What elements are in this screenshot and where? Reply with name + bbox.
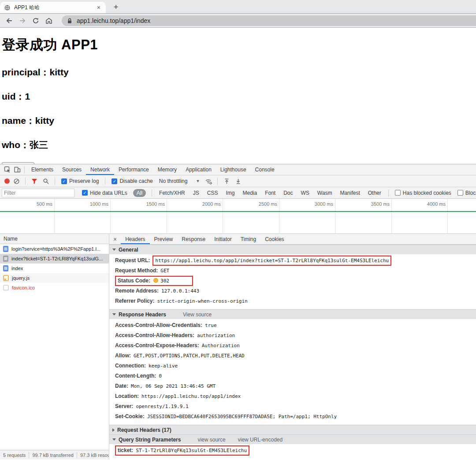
- tab-lighthouse[interactable]: Lighthouse: [216, 164, 251, 175]
- triangle-expanded-icon: [112, 438, 116, 441]
- preserve-log-checkbox[interactable]: ✓ Preserve log: [61, 178, 99, 184]
- filter-type-fetch-xhr[interactable]: Fetch/XHR: [159, 190, 185, 196]
- tab-response[interactable]: Response: [177, 234, 210, 244]
- timeline-tick: 4000 ms: [410, 201, 446, 207]
- request-row-jquery[interactable]: jquery.js: [0, 273, 109, 283]
- response-header-row: Access-Control-Allow-Headers:authorizati…: [109, 330, 476, 341]
- timeline-tick: 3500 ms: [354, 201, 390, 207]
- request-row-favicon[interactable]: favicon.ico: [0, 283, 109, 293]
- page-content: 登录成功 APP1 principal：kitty uid：1 name：kit…: [0, 28, 476, 164]
- tab-sources[interactable]: Sources: [58, 164, 86, 175]
- has-blocked-cookies-checkbox[interactable]: Has blocked cookies: [395, 190, 451, 196]
- checkbox-unchecked-icon: [395, 190, 401, 196]
- devtools-panel: Elements Sources Network Performance Mem…: [0, 164, 476, 460]
- network-overview-timeline: 500 ms 1000 ms 1500 ms 2000 ms 2500 ms 3…: [0, 199, 476, 234]
- new-tab-button[interactable]: +: [110, 1, 122, 13]
- reload-button[interactable]: [29, 15, 42, 26]
- tab-memory[interactable]: Memory: [153, 164, 181, 175]
- tab-performance[interactable]: Performance: [114, 164, 153, 175]
- section-request-headers-header[interactable]: Request Headers (17): [109, 425, 476, 434]
- filter-input[interactable]: [2, 189, 74, 197]
- section-response-headers-header[interactable]: Response Headers View source: [109, 310, 476, 319]
- filter-icon[interactable]: [30, 176, 39, 186]
- timeline-gridline: [54, 199, 55, 234]
- tab-headers[interactable]: Headers: [121, 234, 149, 244]
- record-icon[interactable]: [4, 178, 10, 184]
- section-general: General Request URL:https://app1.leichu.…: [109, 245, 476, 309]
- response-header-row: Access-Control-Expose-Headers:Authorizat…: [109, 341, 476, 351]
- view-source-link[interactable]: View source: [183, 312, 212, 318]
- request-row-login[interactable]: login?service=https%3A%2F%2Fapp1.l...: [0, 244, 109, 254]
- triangle-expanded-icon: [112, 313, 116, 315]
- tab-elements[interactable]: Elements: [27, 164, 58, 175]
- view-source-link[interactable]: view source: [197, 437, 225, 443]
- network-conditions-icon[interactable]: [204, 176, 213, 186]
- tab-console[interactable]: Console: [251, 164, 279, 175]
- filter-type-css[interactable]: CSS: [207, 190, 218, 196]
- tab-preview[interactable]: Preview: [150, 234, 178, 244]
- response-header-row: Date:Mon, 06 Sep 2021 13:46:45 GMT: [109, 381, 476, 391]
- device-toolbar-icon[interactable]: [12, 165, 22, 174]
- request-row-index-ticket[interactable]: index?ticket=ST-1-T2rLRl8YqFKq13sulG...: [0, 254, 109, 263]
- response-header-row: Connection:keep-alive: [109, 361, 476, 371]
- request-list-name-header[interactable]: Name: [0, 234, 109, 244]
- browser-tab[interactable]: APP1 哈哈 ×: [0, 2, 106, 13]
- timeline-gridline: [167, 199, 167, 234]
- disable-cache-checkbox[interactable]: ✓ Disable cache: [112, 178, 152, 184]
- forward-button[interactable]: [16, 15, 29, 26]
- general-remote-address: Remote Address:127.0.0.1:443: [109, 286, 476, 296]
- general-status-code: Status Code:302: [109, 276, 476, 286]
- general-request-method: Request Method:GET: [109, 266, 476, 276]
- section-request-headers: Request Headers (17): [109, 425, 476, 434]
- tab-cookies[interactable]: Cookies: [260, 234, 288, 244]
- section-general-header[interactable]: General: [109, 245, 476, 254]
- blocked-requests-checkbox[interactable]: Blocked Requests: [457, 190, 476, 196]
- tab-application[interactable]: Application: [181, 164, 216, 175]
- general-request-url: Request URL:https://app1.leichu.top/app1…: [109, 256, 476, 266]
- checkbox-unchecked-icon: [457, 190, 463, 196]
- annotation-box-ticket: ticket:ST-1-T2rLRl8YqFKq13sulGt-EM4S3LEl…: [115, 445, 249, 456]
- status-302-dot-icon: [153, 278, 158, 283]
- inspect-element-icon[interactable]: [3, 165, 12, 174]
- response-header-row: Content-Length:0: [109, 371, 476, 381]
- filter-type-img[interactable]: Img: [226, 190, 234, 196]
- timeline-gridline: [223, 199, 223, 234]
- throttling-dropdown[interactable]: No throttling ▼: [159, 178, 200, 184]
- tab-close-icon[interactable]: ×: [95, 4, 102, 11]
- filter-type-js[interactable]: JS: [193, 190, 199, 196]
- annotation-box-status-code: Status Code:302: [115, 276, 193, 286]
- lock-icon: [67, 18, 72, 24]
- filter-type-other[interactable]: Other: [368, 190, 381, 196]
- filter-type-font[interactable]: Font: [265, 190, 275, 196]
- address-bar[interactable]: app1.leichu.top/app1/index: [62, 15, 476, 26]
- back-button[interactable]: [3, 15, 16, 26]
- hide-data-urls-checkbox[interactable]: ✓ Hide data URLs: [82, 190, 127, 196]
- search-icon[interactable]: [41, 176, 51, 186]
- import-har-icon[interactable]: [222, 176, 231, 186]
- section-query-string: Query String Parameters view source view…: [109, 434, 476, 459]
- home-button[interactable]: [42, 15, 56, 26]
- browser-toolbar: app1.leichu.top/app1/index: [0, 14, 476, 28]
- filter-type-manifest[interactable]: Manifest: [340, 190, 360, 196]
- tab-network[interactable]: Network: [86, 164, 114, 175]
- field-name: name：kitty: [2, 115, 476, 127]
- close-icon[interactable]: ×: [109, 236, 121, 243]
- image-icon: [3, 285, 9, 291]
- tab-initiator[interactable]: Initiator: [210, 234, 236, 244]
- filter-type-wasm[interactable]: Wasm: [317, 190, 332, 196]
- export-har-icon[interactable]: [233, 176, 243, 186]
- chevron-down-icon: ▼: [196, 179, 200, 183]
- network-summary-bar: 5 requests 99.7 kB transferred 97.3 kB r…: [0, 450, 109, 460]
- summary-requests: 5 requests: [0, 452, 29, 458]
- filter-type-ws[interactable]: WS: [301, 190, 309, 196]
- filter-type-all[interactable]: All: [133, 189, 146, 197]
- filter-type-doc[interactable]: Doc: [283, 190, 293, 196]
- view-url-encoded-link[interactable]: view URL-encoded: [238, 437, 283, 443]
- query-param-ticket: ticket:ST-1-T2rLRl8YqFKq13sulGt-EM4S3LEl…: [109, 445, 476, 456]
- request-list-empty-area: [0, 293, 109, 450]
- clear-icon[interactable]: [11, 176, 21, 186]
- section-query-string-header[interactable]: Query String Parameters view source view…: [109, 435, 476, 444]
- request-row-index[interactable]: index: [0, 263, 109, 273]
- filter-type-media[interactable]: Media: [242, 190, 257, 196]
- tab-timing[interactable]: Timing: [236, 234, 261, 244]
